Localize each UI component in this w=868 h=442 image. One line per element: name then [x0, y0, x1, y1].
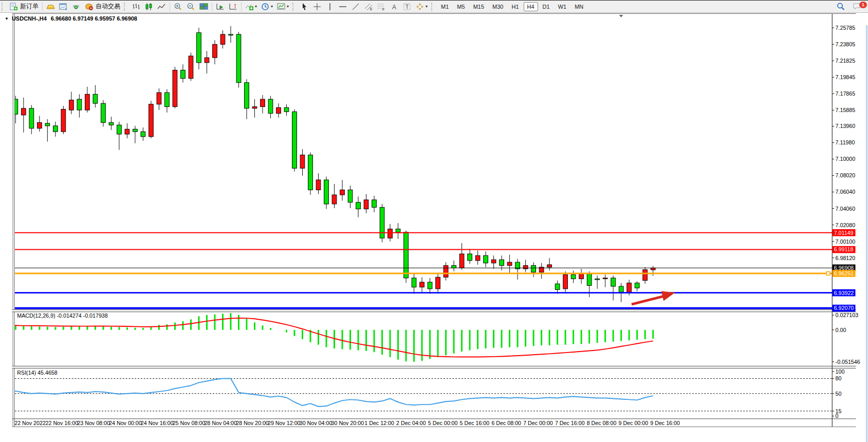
timeframe-button-mn[interactable]: MN	[571, 2, 587, 11]
candle-body	[507, 262, 512, 265]
autotrading-button[interactable]: 自动交易	[83, 1, 122, 12]
candle-body	[523, 266, 528, 269]
panel-splitter[interactable]	[12, 366, 856, 368]
toolbar-drag-handle[interactable]	[292, 3, 296, 11]
trade-group: 新订单 自动交易	[0, 1, 122, 12]
candle-body	[611, 278, 616, 286]
candlestick-chart-button[interactable]	[142, 1, 155, 12]
signal-icon	[72, 3, 81, 11]
horizontal-line-icon	[339, 3, 347, 11]
text-label-icon: T	[403, 3, 412, 11]
hline-drag-handle[interactable]	[826, 272, 830, 275]
candle-body	[45, 123, 50, 126]
tile-windows-button[interactable]	[197, 1, 210, 12]
fibonacci-tool-button[interactable]: F	[375, 1, 388, 12]
indicators-button[interactable]: ▾	[243, 1, 259, 12]
candle-body	[252, 107, 257, 108]
auto-scroll-icon	[216, 3, 225, 11]
new-order-label: 新订单	[20, 2, 39, 11]
chart-shift-button[interactable]	[227, 1, 239, 12]
templates-button[interactable]: ▾	[275, 1, 291, 12]
candle-body	[181, 70, 186, 78]
svg-text:A: A	[392, 3, 396, 10]
candle-body	[643, 270, 648, 281]
candle-body	[61, 109, 66, 132]
toolbar-drag-handle[interactable]	[124, 3, 127, 11]
channel-tool-button[interactable]: E	[362, 1, 375, 12]
timeframe-buttons: M1M5M15M30H1H4D1W1MN	[437, 3, 587, 10]
chart-canvas[interactable]: MACD(12,26,9) -0.014274 -0.017938RSI(14)…	[0, 13, 868, 442]
timeframe-button-h4[interactable]: H4	[524, 2, 538, 11]
window-right-frame	[866, 25, 868, 442]
collapse-triangle-icon[interactable]: ▼	[5, 16, 9, 21]
candle-body	[77, 99, 82, 110]
cursor-tool-button[interactable]	[298, 1, 311, 12]
chart-window: ▼ USDCNH-,H4 6.96680 6.97149 6.95957 6.9…	[0, 13, 868, 442]
search-icon	[836, 2, 845, 11]
dropdown-arrow-icon: ▾	[271, 4, 273, 9]
horizontal-line-tool-button[interactable]	[337, 1, 349, 12]
line-chart-button[interactable]	[155, 1, 168, 12]
candle-body	[29, 108, 34, 128]
price-badge-label: 6.93922	[834, 290, 854, 296]
timeframe-button-h1[interactable]: H1	[508, 2, 522, 11]
timeframe-button-m15[interactable]: M15	[470, 2, 488, 11]
time-axis-label: 30 Nov 20:00	[331, 420, 364, 426]
crosshair-tool-button[interactable]	[311, 1, 324, 12]
template-icon	[277, 3, 286, 11]
timeframe-button-m30[interactable]: M30	[489, 2, 507, 11]
timeframe-button-d1[interactable]: D1	[539, 2, 553, 11]
trendline-tool-button[interactable]	[349, 1, 362, 12]
signals-button[interactable]	[70, 1, 83, 12]
candle-body	[284, 107, 289, 112]
svg-text:T: T	[405, 4, 409, 10]
candle-body	[412, 278, 416, 287]
search-button[interactable]	[834, 1, 847, 12]
equidistant-channel-icon: E	[364, 3, 373, 11]
candle-body	[93, 94, 98, 103]
macd-label: MACD(12,26,9) -0.014274 -0.017938	[17, 312, 108, 319]
candle-body	[579, 274, 584, 279]
candle-body	[316, 180, 321, 190]
timeframe-button-w1[interactable]: W1	[555, 2, 570, 11]
candle-body	[53, 126, 58, 132]
candle-body	[189, 56, 193, 79]
toolbar-drag-handle[interactable]	[431, 3, 435, 11]
panel-splitter[interactable]	[12, 310, 856, 311]
timeframe-button-m1[interactable]: M1	[437, 2, 452, 11]
candle-body	[603, 278, 607, 279]
time-axis-label: 29 Nov 12:00	[268, 420, 301, 426]
candle-body	[37, 122, 42, 128]
bar-chart-button[interactable]	[130, 1, 142, 12]
fibonacci-icon: F	[377, 3, 386, 11]
indicators-icon	[245, 3, 254, 11]
toolbar-drag-handle[interactable]	[2, 3, 5, 11]
auto-scroll-button[interactable]	[214, 1, 227, 12]
candle-body	[651, 268, 655, 270]
candle-body	[261, 99, 265, 107]
candle-body	[205, 58, 209, 63]
zoom-in-button[interactable]	[172, 1, 184, 12]
notifications-button[interactable]: 1	[851, 1, 864, 12]
macd-axis-label: 0.00	[836, 327, 846, 333]
zoom-out-button[interactable]	[184, 1, 197, 12]
vertical-line-tool-button[interactable]	[324, 1, 337, 12]
text-label-tool-button[interactable]: T	[401, 1, 414, 12]
rsi-axis-label: 0	[836, 413, 839, 419]
time-axis-label: 22 Nov 16:00	[46, 420, 79, 426]
candle-body	[213, 44, 217, 58]
arrows-tool-button[interactable]: ▾	[414, 1, 430, 12]
chart-window-button[interactable]	[57, 1, 70, 12]
svg-text:F: F	[382, 7, 384, 11]
candle-body	[571, 274, 576, 279]
gold-button[interactable]	[44, 1, 57, 12]
cursor-icon	[300, 3, 309, 11]
timeframe-button-m5[interactable]: M5	[453, 2, 468, 11]
candle-body	[364, 200, 368, 209]
price-axis-label: 7.00100	[836, 238, 856, 245]
crosshair-icon	[313, 3, 322, 11]
periods-button[interactable]: ▾	[259, 1, 275, 12]
new-order-button[interactable]: 新订单	[7, 1, 41, 12]
text-tool-button[interactable]: A	[388, 1, 401, 12]
time-axis-label: 28 Nov 20:00	[236, 420, 269, 426]
